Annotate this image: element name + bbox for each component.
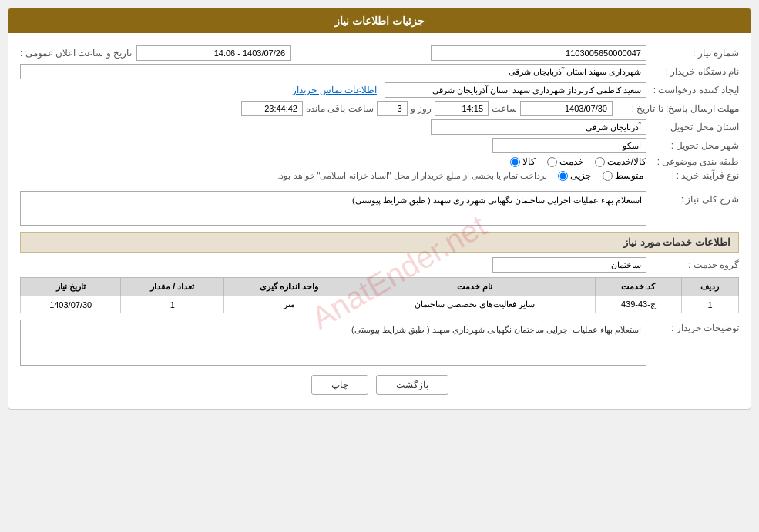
- deadline-date-input[interactable]: [520, 101, 613, 116]
- need-number-input[interactable]: [431, 45, 646, 61]
- services-table: ردیف کد خدمت نام خدمت واحد اندازه گیری ت…: [20, 277, 739, 313]
- col-qty: تعداد / مقدار: [121, 278, 224, 296]
- category-kala-khadamat-option[interactable]: کالا/خدمت: [595, 156, 646, 167]
- buyer-org-input[interactable]: [20, 64, 646, 79]
- service-group-label: گروه خدمت :: [646, 259, 739, 270]
- province-label: استان محل تحویل :: [646, 122, 739, 132]
- deadline-time-label: ساعت: [492, 103, 517, 114]
- cell-unit: متر: [224, 296, 354, 313]
- cell-code: ج-43-439: [595, 296, 681, 313]
- process-mottaset-label: متوسط: [615, 170, 643, 181]
- deadline-days-label: روز و: [411, 103, 432, 114]
- col-date: تاریخ نیاز: [21, 278, 121, 296]
- col-unit: واحد اندازه گیری: [224, 278, 354, 296]
- deadline-label: مهلت ارسال پاسخ: تا تاریخ :: [616, 103, 739, 114]
- process-mottaset-radio[interactable]: [603, 171, 613, 181]
- cell-row: 1: [681, 296, 738, 313]
- creator-label: ایجاد کننده درخواست :: [646, 85, 739, 95]
- col-code: کد خدمت: [595, 278, 681, 296]
- province-input[interactable]: [431, 119, 646, 135]
- services-section-title: اطلاعات خدمات مورد نیاز: [20, 232, 739, 253]
- cell-name: سایر فعالیت‌های تخصصی ساختمان: [354, 296, 595, 313]
- deadline-remaining-label: ساعت باقی مانده: [306, 103, 374, 114]
- category-kala-label: کالا: [522, 156, 536, 167]
- creator-input[interactable]: [385, 82, 646, 98]
- category-khadamat-radio[interactable]: [547, 157, 557, 167]
- category-radio-group: کالا/خدمت خدمت کالا: [510, 156, 646, 167]
- back-button[interactable]: بازگشت: [376, 375, 448, 395]
- deadline-days-input[interactable]: [377, 101, 408, 116]
- process-jazei-radio[interactable]: [558, 171, 568, 181]
- buyer-org-label: نام دستگاه خریدار :: [646, 66, 739, 77]
- need-desc-textarea[interactable]: استعلام بهاء عملیات اجرایی ساختمان نگهبا…: [20, 191, 646, 226]
- bottom-buttons: بازگشت چاپ: [20, 375, 739, 395]
- page-title: جزئیات اطلاعات نیاز: [334, 15, 425, 27]
- announce-datetime-input[interactable]: [136, 45, 291, 61]
- buyer-desc-label: توضیحات خریدار :: [646, 320, 739, 333]
- deadline-remaining-input[interactable]: [241, 101, 303, 116]
- contact-link[interactable]: اطلاعات تماس خریدار: [292, 85, 377, 95]
- process-note: پرداخت تمام یا بخشی از مبلغ خریدار از مح…: [277, 171, 547, 181]
- service-group-input[interactable]: [492, 257, 646, 273]
- category-kala-radio[interactable]: [510, 157, 520, 167]
- category-khadamat-label: خدمت: [559, 156, 583, 167]
- process-jazei-option[interactable]: جزیی: [558, 170, 591, 181]
- city-input[interactable]: [492, 138, 646, 153]
- category-kala-khadamat-radio[interactable]: [595, 157, 605, 167]
- cell-qty: 1: [121, 296, 224, 313]
- process-label: نوع فرآیند خرید :: [646, 170, 739, 181]
- category-kala-khadamat-label: کالا/خدمت: [607, 156, 646, 167]
- category-kala-option[interactable]: کالا: [510, 156, 536, 167]
- table-row: 1 ج-43-439 سایر فعالیت‌های تخصصی ساختمان…: [21, 296, 739, 313]
- col-row: ردیف: [681, 278, 738, 296]
- city-label: شهر محل تحویل :: [646, 140, 739, 151]
- need-number-label: شماره نیاز :: [646, 48, 739, 59]
- deadline-time-input[interactable]: [435, 101, 489, 116]
- category-label: طبقه بندی موضوعی :: [646, 156, 739, 167]
- category-khadamat-option[interactable]: خدمت: [547, 156, 583, 167]
- page-header: جزئیات اطلاعات نیاز: [8, 8, 751, 33]
- process-mottaset-option[interactable]: متوسط: [603, 170, 643, 181]
- buyer-desc-text: استعلام بهاء عملیات اجرایی ساختمان نگهبا…: [351, 325, 641, 334]
- process-radio-group: متوسط جزیی: [558, 170, 643, 181]
- process-jazei-label: جزیی: [570, 170, 591, 181]
- cell-date: 1403/07/30: [21, 296, 121, 313]
- buyer-desc-box: استعلام بهاء عملیات اجرایی ساختمان نگهبا…: [20, 320, 646, 366]
- print-button[interactable]: چاپ: [311, 375, 368, 395]
- announce-datetime-label: تاریخ و ساعت اعلان عمومی :: [20, 48, 132, 59]
- col-name: نام خدمت: [354, 278, 595, 296]
- need-desc-label: شرح کلی نیاز :: [646, 191, 739, 205]
